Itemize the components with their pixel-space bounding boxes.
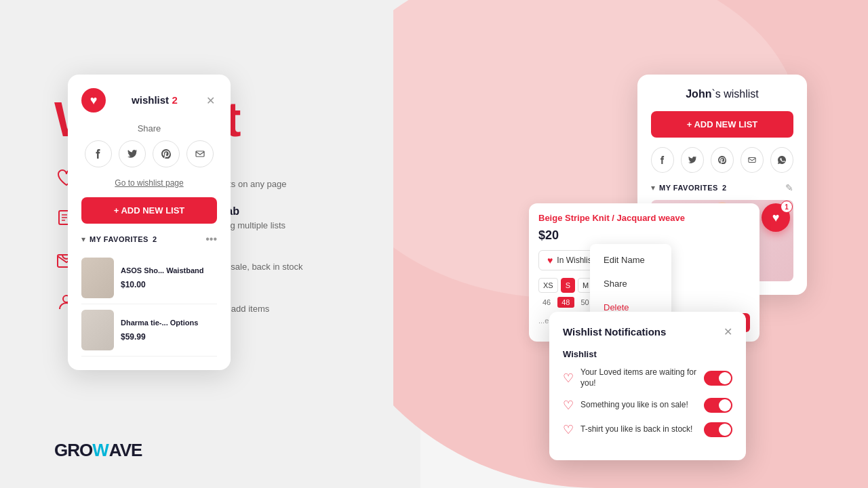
johns-social-icons [651,147,793,173]
notif-text-1: Your Loved items are waiting for you! [580,367,704,388]
heart-count-badge: 1 [781,201,793,213]
product-detail-name: Beige Stripe Knit / Jacquard weave [538,213,750,224]
heart-floating-button[interactable]: ♥ 1 [762,203,790,232]
share-facebook-button[interactable] [85,140,112,167]
product-price-1: $10.00 [121,280,146,289]
toggle-loved-items[interactable] [704,371,732,386]
wishlist-popup-title: wishlist 2 [132,94,178,106]
growave-logo: GRO W AVE [54,440,353,461]
logo-part-w: W [92,440,109,461]
size-xs-button[interactable]: XS [538,278,558,293]
notifications-close-button[interactable]: ✕ [724,325,732,338]
johns-suffix: `s wishlist [711,88,758,100]
notif-heart-icon-1: ♡ [563,371,574,386]
three-dots-menu[interactable]: ••• [205,233,217,245]
johns-twitter-button[interactable] [681,147,704,173]
johns-name: John [686,88,711,100]
popup-header: ♥ wishlist 2 ✕ [81,88,217,113]
johns-whatsapp-button[interactable] [770,147,793,173]
notification-back-in-stock: ♡ T-shirt you like is back in stock! [563,422,732,437]
wishlist-share-popup: ♥ wishlist 2 ✕ Share Go to wishlist page… [68,75,231,370]
notification-loved-items: ♡ Your Loved items are waiting for you! [563,367,732,388]
notif-heart-icon-3: ♡ [563,422,574,437]
favorites-count: 2 [153,235,157,243]
johns-add-new-list-button[interactable]: + ADD NEW LIST [651,111,793,138]
johns-email-button[interactable] [741,147,764,173]
wishlist-page-link[interactable]: Go to wishlist page [81,178,217,188]
johns-favorites-header: ▾ MY FAVORITES 2 ✎ [651,182,793,193]
favorites-section: ▾ MY FAVORITES 2 ••• ASOS Sho... Waistba… [81,233,217,357]
product-detail-price: $20 [538,228,750,243]
product-info-1: ASOS Sho... Waistband $10.00 [121,266,203,290]
share-icons-row [81,140,217,167]
product-info-2: Dharma tie-... Options $59.99 [121,318,198,342]
logo-part-ave: AVE [109,440,142,461]
toggle-on-sale[interactable] [704,398,732,413]
context-share[interactable]: Share [590,272,671,296]
edit-pencil-icon[interactable]: ✎ [785,182,793,193]
notif-left-2: ♡ Something you like is on sale! [563,398,688,413]
size-num-48: 48 [557,297,574,308]
popup-close-button[interactable]: ✕ [203,94,217,107]
chevron-icon[interactable]: ▾ [81,235,85,244]
product-price-2: $59.99 [121,332,146,342]
in-wishlist-label: In Wishlist [557,256,594,265]
product-name-2: Dharma tie-... Options [121,318,198,327]
share-label: Share [81,123,217,134]
product-image-2 [81,310,114,350]
notifications-section-title: Wishlist [563,349,732,359]
favorites-title: MY FAVORITES [90,235,149,243]
product-name-1: ASOS Sho... Waistband [121,266,203,275]
share-twitter-button[interactable] [119,140,146,167]
notifications-title: Wishlist Notifications [563,326,666,338]
notif-text-2: Something you like is on sale! [580,400,688,411]
size-s-button[interactable]: S [561,278,575,293]
share-email-button[interactable] [186,140,214,167]
svg-rect-4 [196,151,204,157]
favorites-header: ▾ MY FAVORITES 2 ••• [81,233,217,245]
product-image-1 [81,258,114,298]
popup-title-count: 2 [172,94,178,106]
product-item-1: ASOS Sho... Waistband $10.00 [81,252,217,304]
notif-left-3: ♡ T-shirt you like is back in stock! [563,422,692,437]
notification-on-sale: ♡ Something you like is on sale! [563,398,732,413]
notif-text-3: T-shirt you like is back in stock! [580,424,692,435]
product-item-2: Dharma tie-... Options $59.99 [81,304,217,357]
popup-title-text: wishlist [132,94,169,106]
share-pinterest-button[interactable] [153,140,180,167]
johns-title: John`s wishlist [651,88,793,100]
logo-part-gro: GRO [54,440,92,461]
johns-chevron[interactable]: ▾ [651,183,655,192]
in-wishlist-heart-icon: ♥ [547,255,553,266]
toggle-back-in-stock[interactable] [704,422,732,437]
notif-heart-icon-2: ♡ [563,398,574,413]
johns-pinterest-button[interactable] [711,147,734,173]
notifications-popup: Wishlist Notifications ✕ Wishlist ♡ Your… [549,312,746,460]
wishlist-logo-icon: ♥ [81,88,106,113]
notif-left-1: ♡ Your Loved items are waiting for you! [563,367,704,388]
context-edit-name[interactable]: Edit Name [590,248,671,272]
johns-favorites-count: 2 [722,184,726,192]
svg-rect-5 [749,158,755,163]
johns-facebook-button[interactable] [651,147,674,173]
johns-favorites-title: MY FAVORITES [659,184,718,192]
size-num-46: 46 [538,297,555,308]
notifications-header: Wishlist Notifications ✕ [563,325,732,338]
add-new-list-button[interactable]: + ADD NEW LIST [81,197,217,224]
